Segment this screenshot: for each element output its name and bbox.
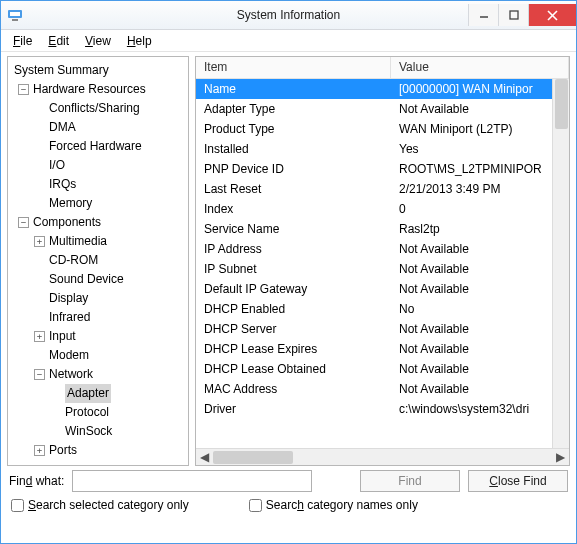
- tree-item-io[interactable]: I/O: [34, 156, 188, 175]
- tree-label: WinSock: [65, 422, 112, 441]
- scrollbar-thumb[interactable]: [213, 451, 293, 464]
- checkbox-search-selected[interactable]: Search selected category only: [11, 498, 189, 512]
- checkbox-search-names[interactable]: Search category names only: [249, 498, 418, 512]
- close-button[interactable]: [528, 4, 576, 26]
- cell-value: Not Available: [391, 242, 569, 256]
- cell-item: Adapter Type: [196, 102, 391, 116]
- tree-item-input[interactable]: +Input: [34, 327, 188, 346]
- list-row[interactable]: Default IP GatewayNot Available: [196, 279, 569, 299]
- find-button[interactable]: Find: [360, 470, 460, 492]
- cell-value: Not Available: [391, 342, 569, 356]
- scroll-left-icon[interactable]: ◀: [196, 449, 213, 466]
- list-row[interactable]: DHCP ServerNot Available: [196, 319, 569, 339]
- tree-label: Forced Hardware: [49, 137, 142, 156]
- cell-value: Not Available: [391, 382, 569, 396]
- list-row[interactable]: IP AddressNot Available: [196, 239, 569, 259]
- tree-item-protocol[interactable]: Protocol: [50, 403, 188, 422]
- menu-view[interactable]: View: [79, 32, 117, 50]
- category-tree[interactable]: System Summary − Hardware Resources Conf…: [8, 57, 188, 464]
- cell-item: Last Reset: [196, 182, 391, 196]
- horizontal-scrollbar[interactable]: ◀ ▶: [196, 448, 569, 465]
- column-header-item[interactable]: Item: [196, 57, 391, 78]
- tree-label: Input: [49, 327, 76, 346]
- cell-value: Not Available: [391, 282, 569, 296]
- list-row[interactable]: Driverc:\windows\system32\dri: [196, 399, 569, 419]
- cell-item: Driver: [196, 402, 391, 416]
- tree-label: System Summary: [14, 61, 109, 80]
- vertical-scrollbar[interactable]: [552, 79, 569, 448]
- tree-item-hardware-resources[interactable]: − Hardware Resources: [14, 80, 188, 99]
- list-row[interactable]: Product TypeWAN Miniport (L2TP): [196, 119, 569, 139]
- cell-item: PNP Device ID: [196, 162, 391, 176]
- tree-label: Infrared: [49, 308, 90, 327]
- checkbox-label: Search selected category only: [28, 498, 189, 512]
- find-input[interactable]: [72, 470, 312, 492]
- checkbox-input[interactable]: [11, 499, 24, 512]
- expand-icon[interactable]: +: [34, 331, 45, 342]
- tree-item-cdrom[interactable]: CD-ROM: [34, 251, 188, 270]
- list-body[interactable]: Name[00000000] WAN MiniporAdapter TypeNo…: [196, 79, 569, 448]
- tree-item-infrared[interactable]: Infrared: [34, 308, 188, 327]
- scrollbar-thumb[interactable]: [555, 79, 568, 129]
- checkbox-input[interactable]: [249, 499, 262, 512]
- tree-label: Sound Device: [49, 270, 124, 289]
- tree-item-network[interactable]: −Network: [34, 365, 188, 384]
- cell-value: No: [391, 302, 569, 316]
- tree-item-sound[interactable]: Sound Device: [34, 270, 188, 289]
- maximize-button[interactable]: [498, 4, 528, 26]
- cell-value: 0: [391, 202, 569, 216]
- tree-item-adapter[interactable]: Adapter: [50, 384, 188, 403]
- expand-icon[interactable]: +: [34, 236, 45, 247]
- minimize-button[interactable]: [468, 4, 498, 26]
- column-header-value[interactable]: Value: [391, 57, 569, 78]
- cell-value: c:\windows\system32\dri: [391, 402, 569, 416]
- tree-item-modem[interactable]: Modem: [34, 346, 188, 365]
- scrollbar-track[interactable]: [213, 449, 552, 466]
- cell-value: Not Available: [391, 262, 569, 276]
- scroll-right-icon[interactable]: ▶: [552, 449, 569, 466]
- details-pane: Item Value Name[00000000] WAN MiniporAda…: [195, 56, 570, 466]
- tree-item-forced-hardware[interactable]: Forced Hardware: [34, 137, 188, 156]
- tree-item-system-summary[interactable]: System Summary: [14, 61, 188, 80]
- tree-label: Conflicts/Sharing: [49, 99, 140, 118]
- list-row[interactable]: Name[00000000] WAN Minipor: [196, 79, 569, 99]
- tree-label: Adapter: [65, 384, 111, 403]
- tree-item-memory[interactable]: Memory: [34, 194, 188, 213]
- cell-value: Not Available: [391, 362, 569, 376]
- tree-item-display[interactable]: Display: [34, 289, 188, 308]
- list-row[interactable]: InstalledYes: [196, 139, 569, 159]
- list-row[interactable]: DHCP Lease ObtainedNot Available: [196, 359, 569, 379]
- collapse-icon[interactable]: −: [18, 217, 29, 228]
- list-row[interactable]: DHCP Lease ExpiresNot Available: [196, 339, 569, 359]
- tree-item-conflicts[interactable]: Conflicts/Sharing: [34, 99, 188, 118]
- body: System Summary − Hardware Resources Conf…: [1, 52, 576, 466]
- tree-item-ports[interactable]: +Ports: [34, 441, 188, 460]
- svg-rect-4: [510, 11, 518, 19]
- list-row[interactable]: Last Reset2/21/2013 3:49 PM: [196, 179, 569, 199]
- tree-item-winsock[interactable]: WinSock: [50, 422, 188, 441]
- menu-help[interactable]: Help: [121, 32, 158, 50]
- list-row[interactable]: Index0: [196, 199, 569, 219]
- tree-item-dma[interactable]: DMA: [34, 118, 188, 137]
- cell-value: Not Available: [391, 322, 569, 336]
- collapse-icon[interactable]: −: [18, 84, 29, 95]
- list-header: Item Value: [196, 57, 569, 79]
- cell-item: DHCP Enabled: [196, 302, 391, 316]
- list-row[interactable]: Service NameRasl2tp: [196, 219, 569, 239]
- tree-item-multimedia[interactable]: +Multimedia: [34, 232, 188, 251]
- svg-rect-1: [10, 12, 20, 16]
- tree-item-components[interactable]: − Components: [14, 213, 188, 232]
- list-row[interactable]: MAC AddressNot Available: [196, 379, 569, 399]
- list-row[interactable]: IP SubnetNot Available: [196, 259, 569, 279]
- collapse-icon[interactable]: −: [34, 369, 45, 380]
- menu-edit[interactable]: Edit: [42, 32, 75, 50]
- close-find-button[interactable]: Close Find: [468, 470, 568, 492]
- tree-item-irqs[interactable]: IRQs: [34, 175, 188, 194]
- list-row[interactable]: DHCP EnabledNo: [196, 299, 569, 319]
- tree-pane: System Summary − Hardware Resources Conf…: [7, 56, 189, 466]
- tree-label: I/O: [49, 156, 65, 175]
- expand-icon[interactable]: +: [34, 445, 45, 456]
- list-row[interactable]: PNP Device IDROOT\MS_L2TPMINIPOR: [196, 159, 569, 179]
- list-row[interactable]: Adapter TypeNot Available: [196, 99, 569, 119]
- menu-file[interactable]: File: [7, 32, 38, 50]
